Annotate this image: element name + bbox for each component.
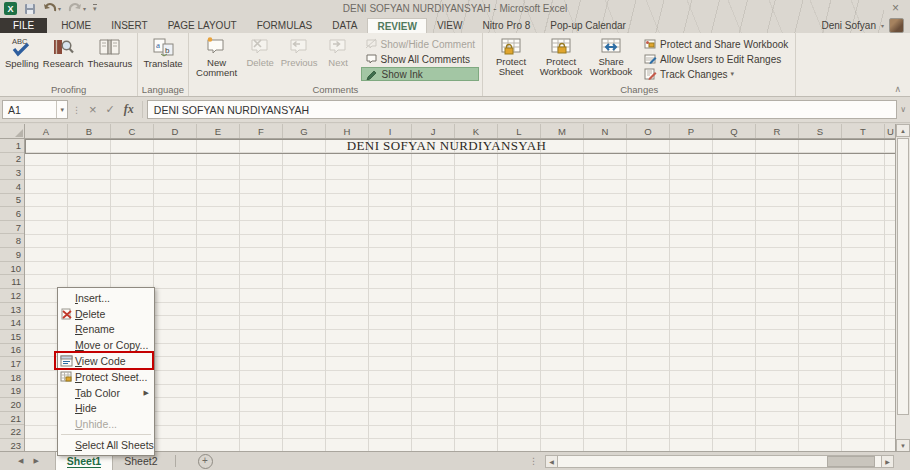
- close-button[interactable]: ×: [888, 1, 903, 15]
- menu-item-hide[interactable]: Hide: [58, 401, 154, 417]
- column-header-a[interactable]: A: [25, 124, 68, 138]
- row-header-7[interactable]: 7: [0, 221, 24, 235]
- previous-button[interactable]: Previous: [279, 35, 320, 69]
- column-header-m[interactable]: M: [541, 124, 584, 138]
- new-comment-button[interactable]: New Comment: [192, 35, 242, 80]
- spelling-button[interactable]: ABCSpelling: [3, 35, 41, 70]
- share-workbook-button[interactable]: Share Workbook: [586, 35, 636, 79]
- menu-item-delete[interactable]: Delete: [58, 306, 154, 322]
- thesaurus-button[interactable]: Thesaurus: [85, 35, 134, 70]
- protect-workbook-button[interactable]: Protect Workbook: [536, 35, 586, 79]
- column-header-k[interactable]: K: [455, 124, 498, 138]
- column-header-p[interactable]: P: [670, 124, 713, 138]
- menu-item-unhide[interactable]: Unhide...: [58, 416, 154, 432]
- row-header-9[interactable]: 9: [0, 248, 24, 262]
- tab-nitro-pro-8[interactable]: Nitro Pro 8: [472, 18, 540, 33]
- tab-pop-up-calendar[interactable]: Pop-up Calendar: [540, 18, 636, 33]
- show-hide-comment-button[interactable]: Show/Hide Comment: [361, 37, 479, 51]
- translate-button[interactable]: abTranslate: [141, 35, 184, 70]
- delete-button[interactable]: Delete: [242, 35, 279, 69]
- column-header-n[interactable]: N: [584, 124, 627, 138]
- column-header-i[interactable]: I: [369, 124, 412, 138]
- horizontal-scrollbar[interactable]: [558, 455, 881, 468]
- tab-scroll-splitter[interactable]: ⋮: [529, 456, 538, 466]
- row-header-4[interactable]: 4: [0, 180, 24, 194]
- menu-item-tab-color[interactable]: Tab Color▶: [58, 385, 154, 401]
- scroll-right-icon[interactable]: ▶: [881, 455, 894, 468]
- enter-icon[interactable]: ✓: [106, 103, 115, 116]
- column-header-q[interactable]: Q: [713, 124, 756, 138]
- column-header-j[interactable]: J: [412, 124, 455, 138]
- horizontal-scroll-thumb[interactable]: [827, 456, 875, 467]
- show-ink-button[interactable]: Show Ink: [361, 67, 479, 81]
- show-ink-icon: [366, 68, 379, 80]
- row-header-22[interactable]: 22: [0, 425, 24, 439]
- row-header-15[interactable]: 15: [0, 330, 24, 344]
- row-header-2[interactable]: 2: [0, 153, 24, 167]
- ribbon-group-comments: New CommentDeletePreviousNextShow/Hide C…: [189, 33, 483, 96]
- formula-input[interactable]: DENI SOFYAN NURDIYANSYAH: [147, 100, 897, 119]
- row-header-13[interactable]: 13: [0, 303, 24, 317]
- expand-formula-bar-icon[interactable]: ∨: [900, 105, 906, 114]
- formula-bar-splitter[interactable]: ⋮: [72, 105, 81, 115]
- column-header-h[interactable]: H: [326, 124, 369, 138]
- tab-page-layout[interactable]: PAGE LAYOUT: [158, 18, 247, 33]
- next-sheet-icon[interactable]: ▶: [33, 457, 38, 465]
- row-header-10[interactable]: 10: [0, 262, 24, 276]
- research-button[interactable]: Research: [41, 35, 86, 70]
- row-header-5[interactable]: 5: [0, 194, 24, 208]
- protect-sheet-button[interactable]: Protect Sheet: [486, 35, 536, 79]
- column-header-e[interactable]: E: [197, 124, 240, 138]
- prev-sheet-icon[interactable]: ◀: [18, 457, 23, 465]
- row-header-3[interactable]: 3: [0, 166, 24, 180]
- row-header-8[interactable]: 8: [0, 234, 24, 248]
- column-header-r[interactable]: R: [756, 124, 799, 138]
- menu-item-select-all-sheets[interactable]: Select All Sheets: [58, 437, 154, 453]
- account-area[interactable]: Deni Sofyan ▾: [822, 18, 910, 33]
- column-header-d[interactable]: D: [154, 124, 197, 138]
- column-header-t[interactable]: T: [842, 124, 885, 138]
- row-header-19[interactable]: 19: [0, 385, 24, 399]
- next-button[interactable]: Next: [320, 35, 357, 69]
- column-header-o[interactable]: O: [627, 124, 670, 138]
- tab-review[interactable]: REVIEW: [367, 18, 426, 33]
- insert-function-icon[interactable]: fx: [124, 102, 134, 117]
- track-changes-button[interactable]: Track Changes▾: [640, 67, 792, 81]
- cell-grid[interactable]: DENI SOFYAN NURDIYANSYAH: [25, 139, 896, 452]
- tab-insert[interactable]: INSERT: [101, 18, 158, 33]
- name-box[interactable]: A1 ▾: [2, 100, 68, 119]
- column-header-l[interactable]: L: [498, 124, 541, 138]
- show-all-comments-button[interactable]: Show All Comments: [361, 52, 479, 66]
- row-header-1[interactable]: 1: [0, 139, 24, 153]
- column-header-b[interactable]: B: [68, 124, 111, 138]
- menu-item-protect-sheet[interactable]: Protect Sheet...: [58, 369, 154, 385]
- menu-item-insert[interactable]: Insert...: [58, 290, 154, 306]
- new-sheet-button[interactable]: +: [198, 454, 213, 469]
- column-header-c[interactable]: C: [111, 124, 154, 138]
- tab-home[interactable]: HOME: [51, 18, 101, 33]
- row-header-20[interactable]: 20: [0, 398, 24, 412]
- collapse-ribbon-icon[interactable]: ∧: [894, 84, 901, 468]
- column-header-g[interactable]: G: [283, 124, 326, 138]
- column-header-s[interactable]: S: [799, 124, 842, 138]
- row-header-16[interactable]: 16: [0, 344, 24, 358]
- row-header-11[interactable]: 11: [0, 275, 24, 289]
- tab-view[interactable]: VIEW: [427, 18, 473, 33]
- tab-file[interactable]: FILE: [0, 18, 47, 33]
- row-header-14[interactable]: 14: [0, 316, 24, 330]
- tab-formulas[interactable]: FORMULAS: [247, 18, 323, 33]
- row-header-12[interactable]: 12: [0, 289, 24, 303]
- protect-and-share-workbook-button[interactable]: Protect and Share Workbook: [640, 37, 792, 51]
- row-header-6[interactable]: 6: [0, 207, 24, 221]
- allow-users-to-edit-ranges-button[interactable]: Allow Users to Edit Ranges: [640, 52, 792, 66]
- column-header-f[interactable]: F: [240, 124, 283, 138]
- row-header-17[interactable]: 17: [0, 357, 24, 371]
- select-all-corner[interactable]: [0, 124, 25, 138]
- row-header-18[interactable]: 18: [0, 371, 24, 385]
- scroll-left-icon[interactable]: ◀: [545, 455, 558, 468]
- row-header-21[interactable]: 21: [0, 412, 24, 426]
- cancel-icon[interactable]: ×: [89, 105, 97, 115]
- name-box-dropdown-icon[interactable]: ▾: [56, 101, 67, 118]
- tab-data[interactable]: DATA: [322, 18, 367, 33]
- menu-item-rename[interactable]: Rename: [58, 322, 154, 338]
